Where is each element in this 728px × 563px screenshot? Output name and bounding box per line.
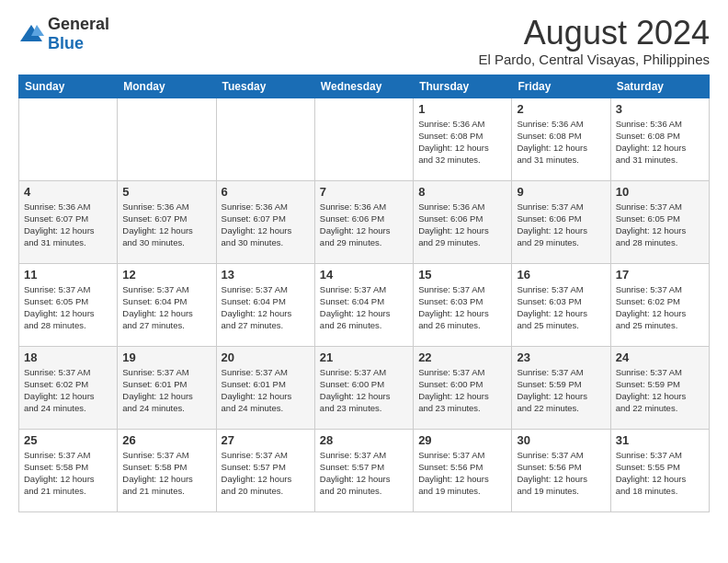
cell-info-text: Sunrise: 5:37 AMSunset: 6:00 PMDaylight:… [320, 366, 408, 415]
cell-info-text: Sunrise: 5:36 AMSunset: 6:07 PMDaylight:… [24, 201, 112, 249]
weekday-header-saturday: Saturday [610, 75, 709, 98]
cell-date-number: 5 [122, 185, 210, 199]
cell-info-text: Sunrise: 5:37 AMSunset: 6:02 PMDaylight:… [616, 283, 704, 332]
cell-date-number: 14 [320, 268, 408, 282]
calendar-week-row-3: 11Sunrise: 5:37 AMSunset: 6:05 PMDayligh… [19, 263, 710, 346]
cell-info-text: Sunrise: 5:37 AMSunset: 5:58 PMDaylight:… [24, 449, 112, 498]
calendar-cell: 9Sunrise: 5:37 AMSunset: 6:06 PMDaylight… [512, 180, 610, 263]
calendar-title-block: August 2024 El Pardo, Central Visayas, P… [478, 15, 710, 67]
calendar-cell: 13Sunrise: 5:37 AMSunset: 6:04 PMDayligh… [216, 263, 314, 346]
cell-date-number: 21 [320, 350, 408, 364]
calendar-cell: 30Sunrise: 5:37 AMSunset: 5:56 PMDayligh… [512, 429, 610, 511]
calendar-cell: 21Sunrise: 5:37 AMSunset: 6:00 PMDayligh… [314, 346, 413, 429]
calendar-cell: 6Sunrise: 5:36 AMSunset: 6:07 PMDaylight… [216, 180, 314, 263]
calendar-week-row-1: 1Sunrise: 5:36 AMSunset: 6:08 PMDaylight… [19, 98, 710, 180]
cell-date-number: 19 [122, 350, 210, 364]
cell-date-number: 20 [222, 350, 310, 364]
calendar-subtitle: El Pardo, Central Visayas, Philippines [478, 52, 710, 67]
cell-info-text: Sunrise: 5:37 AMSunset: 6:05 PMDaylight:… [616, 201, 704, 249]
cell-date-number: 3 [616, 102, 704, 116]
cell-info-text: Sunrise: 5:37 AMSunset: 6:06 PMDaylight:… [517, 201, 605, 249]
calendar-cell: 29Sunrise: 5:37 AMSunset: 5:56 PMDayligh… [414, 429, 512, 511]
calendar-body: 1Sunrise: 5:36 AMSunset: 6:08 PMDaylight… [19, 98, 710, 511]
cell-date-number: 2 [517, 102, 605, 116]
cell-date-number: 23 [517, 350, 605, 364]
calendar-table: SundayMondayTuesdayWednesdayThursdayFrid… [18, 75, 710, 512]
cell-date-number: 25 [24, 433, 112, 447]
cell-date-number: 26 [122, 433, 210, 447]
calendar-cell: 2Sunrise: 5:36 AMSunset: 6:08 PMDaylight… [512, 98, 610, 180]
cell-date-number: 7 [320, 185, 408, 199]
weekday-header-wednesday: Wednesday [314, 75, 413, 98]
cell-info-text: Sunrise: 5:37 AMSunset: 6:02 PMDaylight:… [24, 366, 112, 415]
cell-info-text: Sunrise: 5:37 AMSunset: 6:04 PMDaylight:… [320, 283, 408, 332]
calendar-week-row-2: 4Sunrise: 5:36 AMSunset: 6:07 PMDaylight… [19, 180, 710, 263]
logo: General Blue [18, 15, 109, 53]
cell-info-text: Sunrise: 5:37 AMSunset: 5:56 PMDaylight:… [517, 449, 605, 498]
cell-date-number: 16 [517, 268, 605, 282]
calendar-cell: 31Sunrise: 5:37 AMSunset: 5:55 PMDayligh… [610, 429, 709, 511]
cell-info-text: Sunrise: 5:37 AMSunset: 6:01 PMDaylight:… [122, 366, 210, 415]
weekday-header-sunday: Sunday [19, 75, 118, 98]
calendar-cell: 24Sunrise: 5:37 AMSunset: 5:59 PMDayligh… [610, 346, 709, 429]
calendar-cell [216, 98, 314, 180]
cell-date-number: 24 [616, 350, 704, 364]
cell-info-text: Sunrise: 5:37 AMSunset: 5:55 PMDaylight:… [616, 449, 704, 498]
cell-info-text: Sunrise: 5:36 AMSunset: 6:08 PMDaylight:… [616, 118, 704, 167]
calendar-cell: 4Sunrise: 5:36 AMSunset: 6:07 PMDaylight… [19, 180, 118, 263]
cell-info-text: Sunrise: 5:36 AMSunset: 6:08 PMDaylight:… [418, 118, 506, 167]
logo-blue-text: Blue [48, 34, 84, 52]
calendar-cell: 16Sunrise: 5:37 AMSunset: 6:03 PMDayligh… [512, 263, 610, 346]
weekday-header-tuesday: Tuesday [216, 75, 314, 98]
calendar-cell: 18Sunrise: 5:37 AMSunset: 6:02 PMDayligh… [19, 346, 118, 429]
cell-info-text: Sunrise: 5:37 AMSunset: 5:56 PMDaylight:… [418, 449, 506, 498]
cell-date-number: 17 [616, 268, 704, 282]
cell-info-text: Sunrise: 5:36 AMSunset: 6:07 PMDaylight:… [122, 201, 210, 249]
cell-info-text: Sunrise: 5:37 AMSunset: 5:59 PMDaylight:… [517, 366, 605, 415]
calendar-cell: 23Sunrise: 5:37 AMSunset: 5:59 PMDayligh… [512, 346, 610, 429]
calendar-week-row-4: 18Sunrise: 5:37 AMSunset: 6:02 PMDayligh… [19, 346, 710, 429]
calendar-cell: 10Sunrise: 5:37 AMSunset: 6:05 PMDayligh… [610, 180, 709, 263]
cell-info-text: Sunrise: 5:37 AMSunset: 6:00 PMDaylight:… [418, 366, 506, 415]
weekday-header-friday: Friday [512, 75, 610, 98]
cell-date-number: 27 [222, 433, 310, 447]
cell-date-number: 12 [122, 268, 210, 282]
calendar-cell: 22Sunrise: 5:37 AMSunset: 6:00 PMDayligh… [414, 346, 512, 429]
cell-info-text: Sunrise: 5:37 AMSunset: 5:58 PMDaylight:… [122, 449, 210, 498]
calendar-cell: 7Sunrise: 5:36 AMSunset: 6:06 PMDaylight… [314, 180, 413, 263]
calendar-cell: 3Sunrise: 5:36 AMSunset: 6:08 PMDaylight… [610, 98, 709, 180]
cell-date-number: 11 [24, 268, 112, 282]
calendar-header: SundayMondayTuesdayWednesdayThursdayFrid… [19, 75, 710, 98]
cell-info-text: Sunrise: 5:36 AMSunset: 6:06 PMDaylight:… [320, 201, 408, 249]
calendar-cell: 8Sunrise: 5:36 AMSunset: 6:06 PMDaylight… [414, 180, 512, 263]
cell-info-text: Sunrise: 5:37 AMSunset: 6:01 PMDaylight:… [222, 366, 310, 415]
cell-date-number: 31 [616, 433, 704, 447]
cell-date-number: 13 [222, 268, 310, 282]
calendar-cell: 20Sunrise: 5:37 AMSunset: 6:01 PMDayligh… [216, 346, 314, 429]
cell-info-text: Sunrise: 5:37 AMSunset: 5:57 PMDaylight:… [222, 449, 310, 498]
cell-date-number: 10 [616, 185, 704, 199]
cell-date-number: 9 [517, 185, 605, 199]
cell-info-text: Sunrise: 5:36 AMSunset: 6:06 PMDaylight:… [418, 201, 506, 249]
cell-date-number: 4 [24, 185, 112, 199]
generalblue-logo-icon [18, 23, 44, 45]
cell-date-number: 6 [222, 185, 310, 199]
calendar-cell: 11Sunrise: 5:37 AMSunset: 6:05 PMDayligh… [19, 263, 118, 346]
weekday-header-thursday: Thursday [414, 75, 512, 98]
cell-date-number: 18 [24, 350, 112, 364]
calendar-cell: 5Sunrise: 5:36 AMSunset: 6:07 PMDaylight… [118, 180, 216, 263]
cell-date-number: 8 [418, 185, 506, 199]
cell-info-text: Sunrise: 5:37 AMSunset: 5:57 PMDaylight:… [320, 449, 408, 498]
calendar-week-row-5: 25Sunrise: 5:37 AMSunset: 5:58 PMDayligh… [19, 429, 710, 511]
calendar-cell: 25Sunrise: 5:37 AMSunset: 5:58 PMDayligh… [19, 429, 118, 511]
cell-info-text: Sunrise: 5:37 AMSunset: 6:04 PMDaylight:… [122, 283, 210, 332]
page-header: General Blue August 2024 El Pardo, Centr… [18, 15, 710, 67]
cell-date-number: 15 [418, 268, 506, 282]
cell-info-text: Sunrise: 5:37 AMSunset: 6:05 PMDaylight:… [24, 283, 112, 332]
cell-date-number: 22 [418, 350, 506, 364]
calendar-cell [118, 98, 216, 180]
cell-info-text: Sunrise: 5:36 AMSunset: 6:08 PMDaylight:… [517, 118, 605, 167]
calendar-cell: 28Sunrise: 5:37 AMSunset: 5:57 PMDayligh… [314, 429, 413, 511]
cell-date-number: 30 [517, 433, 605, 447]
calendar-cell [314, 98, 413, 180]
